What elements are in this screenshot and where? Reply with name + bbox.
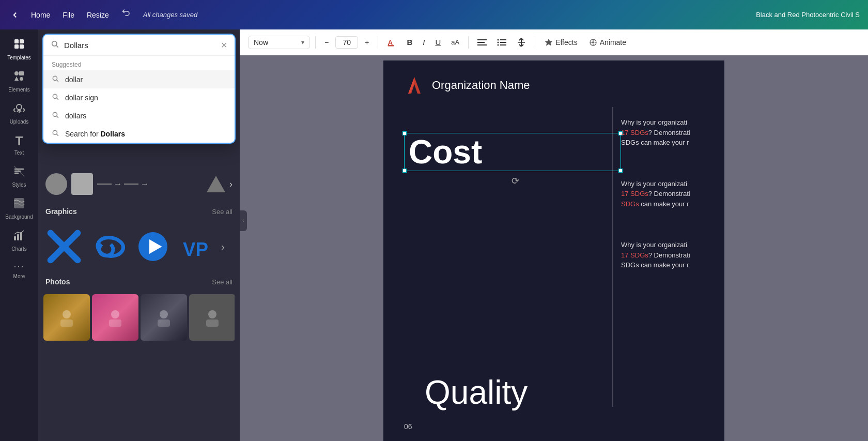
back-button[interactable] bbox=[8, 8, 22, 22]
shape-square[interactable] bbox=[71, 173, 93, 195]
handle-tl[interactable] bbox=[402, 131, 407, 135]
italic-button[interactable]: I bbox=[419, 35, 428, 49]
align-button[interactable] bbox=[474, 36, 490, 49]
font-size-decrease[interactable]: − bbox=[321, 36, 332, 49]
effects-label: Effects bbox=[555, 38, 578, 47]
search-clear-button[interactable]: ✕ bbox=[221, 40, 227, 50]
photo-thumb-4[interactable] bbox=[189, 294, 235, 341]
right-highlight-3: 17 SDGs bbox=[621, 251, 648, 259]
suggestion-search-icon-2 bbox=[52, 93, 59, 102]
svg-rect-31 bbox=[109, 320, 121, 327]
saved-status: All changes saved bbox=[143, 11, 198, 19]
svg-line-19 bbox=[57, 98, 58, 100]
search-input[interactable] bbox=[64, 41, 215, 50]
animate-button[interactable]: Animate bbox=[585, 36, 630, 49]
line-medium bbox=[124, 184, 138, 185]
sidebar-item-templates[interactable]: Templates bbox=[3, 34, 36, 65]
resize-button[interactable]: Resize bbox=[82, 8, 114, 22]
svg-line-21 bbox=[57, 116, 58, 118]
search-dropdown: ✕ Suggested dollar dollar sign bbox=[42, 34, 236, 144]
suggestion-item-search-for-dollars[interactable]: Search for Dollars bbox=[43, 125, 235, 143]
svg-rect-7 bbox=[20, 77, 23, 81]
svg-rect-1 bbox=[20, 39, 24, 43]
text-icon: T bbox=[16, 134, 23, 148]
toolbar-divider-3 bbox=[468, 36, 469, 49]
sidebar-item-styles[interactable]: Styles bbox=[3, 161, 36, 192]
svg-point-34 bbox=[208, 310, 216, 318]
svg-marker-49 bbox=[545, 39, 552, 45]
suggestion-item-dollar[interactable]: dollar bbox=[43, 70, 235, 88]
case-button[interactable]: aA bbox=[447, 36, 463, 49]
cost-selected-region: Cost ⟳ bbox=[404, 133, 626, 187]
graphics-more-button[interactable]: › bbox=[221, 241, 225, 253]
font-name: Now bbox=[254, 38, 268, 47]
svg-point-14 bbox=[52, 41, 57, 46]
text-label: Text bbox=[14, 150, 24, 156]
styles-label: Styles bbox=[12, 182, 26, 188]
underline-button[interactable]: U bbox=[431, 35, 444, 49]
undo-button[interactable] bbox=[118, 6, 135, 23]
svg-rect-33 bbox=[158, 320, 170, 327]
svg-point-22 bbox=[53, 130, 57, 134]
canvas-area: Organization Name Cost ⟳ bbox=[240, 55, 868, 441]
uploads-label: Uploads bbox=[10, 119, 29, 125]
home-button[interactable]: Home bbox=[26, 8, 55, 22]
svg-point-30 bbox=[111, 310, 119, 318]
sidebar-item-text[interactable]: T Text bbox=[3, 130, 36, 160]
arrow-icon-2: → bbox=[141, 179, 149, 189]
line-short bbox=[97, 184, 112, 185]
collapse-handle[interactable]: ‹ bbox=[240, 210, 247, 231]
right-column: Why is your organizati 17 SDGs? Demonstr… bbox=[621, 117, 704, 301]
svg-line-23 bbox=[57, 134, 58, 136]
svg-marker-6 bbox=[14, 77, 19, 81]
bold-button[interactable]: B bbox=[403, 35, 416, 49]
photo-thumb-1[interactable] bbox=[43, 294, 90, 341]
more-label: More bbox=[13, 273, 25, 279]
sidebar-item-elements[interactable]: Elements bbox=[3, 66, 36, 97]
shape-circle[interactable] bbox=[45, 173, 67, 195]
shapes-more-button[interactable]: › bbox=[229, 179, 233, 190]
spacing-button[interactable] bbox=[513, 36, 530, 49]
graphics-title: Graphics bbox=[45, 207, 77, 216]
graphic-item-3[interactable] bbox=[132, 226, 174, 267]
svg-rect-3 bbox=[20, 44, 24, 49]
sidebar-item-uploads[interactable]: Uploads bbox=[3, 98, 36, 129]
sidebar-item-more[interactable]: ··· More bbox=[3, 257, 36, 283]
font-size-increase[interactable]: + bbox=[361, 36, 373, 49]
rotate-handle[interactable]: ⟳ bbox=[404, 175, 626, 187]
effects-button[interactable]: Effects bbox=[540, 36, 582, 49]
photo-thumb-2[interactable] bbox=[92, 294, 138, 341]
main-layout: Templates Elements bbox=[0, 29, 868, 441]
search-icon bbox=[51, 40, 59, 50]
file-button[interactable]: File bbox=[57, 8, 80, 22]
canvas-wrapper: Now ▾ − + A B I U aA bbox=[240, 29, 868, 441]
font-selector[interactable]: Now ▾ bbox=[248, 36, 310, 49]
list-button[interactable] bbox=[493, 36, 510, 49]
sidebar-item-background[interactable]: Background bbox=[3, 193, 36, 224]
graphic-item-2[interactable] bbox=[88, 226, 129, 267]
sidebar-icons: Templates Elements bbox=[0, 29, 38, 441]
selection-box[interactable]: Cost bbox=[404, 133, 621, 171]
shape-triangle[interactable] bbox=[207, 176, 225, 192]
suggestion-item-dollars[interactable]: dollars bbox=[43, 107, 235, 125]
svg-rect-0 bbox=[14, 39, 19, 43]
font-size-input[interactable] bbox=[335, 36, 358, 49]
svg-point-8 bbox=[17, 104, 22, 110]
svg-point-51 bbox=[592, 41, 594, 43]
graphic-item-4[interactable]: VP bbox=[177, 226, 218, 267]
photo-thumb-3[interactable] bbox=[141, 294, 187, 341]
sidebar-item-charts[interactable]: Charts bbox=[3, 225, 36, 256]
graphics-see-all[interactable]: See all bbox=[212, 208, 233, 216]
handle-bl[interactable] bbox=[402, 169, 407, 173]
graphic-item-1[interactable] bbox=[43, 226, 85, 267]
suggestion-item-dollar-sign[interactable]: dollar sign bbox=[43, 88, 235, 107]
photos-title: Photos bbox=[45, 278, 70, 286]
photos-see-all[interactable]: See all bbox=[212, 278, 233, 286]
elements-icon bbox=[13, 70, 25, 85]
svg-rect-12 bbox=[17, 234, 19, 240]
vertical-divider bbox=[612, 107, 613, 407]
svg-point-45 bbox=[498, 44, 499, 45]
suggestion-search-icon-1 bbox=[52, 75, 59, 84]
text-color-button[interactable]: A bbox=[383, 35, 400, 50]
doc-title: Black and Red Photocentric Civil S bbox=[756, 11, 860, 19]
